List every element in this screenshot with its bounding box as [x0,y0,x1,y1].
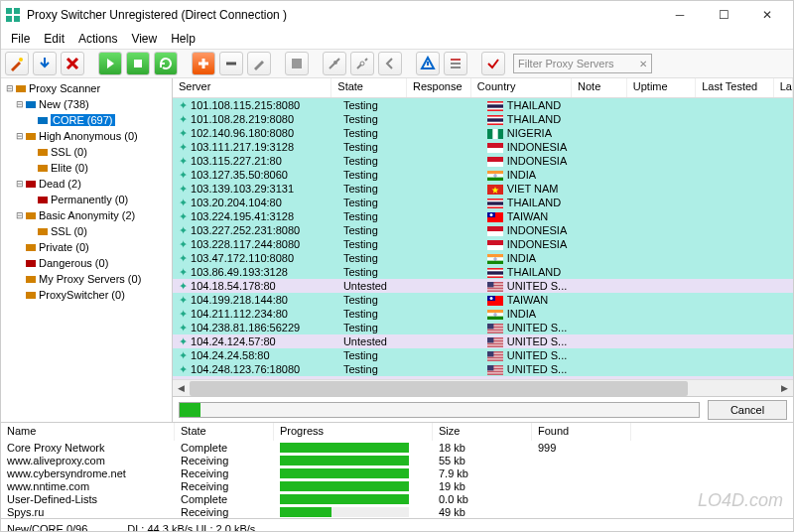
tree-item[interactable]: Dangerous (0) [3,255,170,271]
svg-rect-18 [38,165,48,172]
tree-sidebar[interactable]: ⊟Proxy Scanner⊟New (738)CORE (697)⊟High … [1,78,173,422]
svg-rect-67 [487,287,503,288]
delete-button[interactable] [61,52,84,75]
wizard-button[interactable] [5,52,29,75]
scroll-right-icon[interactable]: ▶ [776,380,793,397]
download-row[interactable]: www.cybersyndrome.netReceiving7.9 kb [1,466,793,479]
proxy-row[interactable]: ✦ 104.199.218.144:80TestingTAIWAN [173,293,793,307]
download-button[interactable] [33,52,57,75]
download-row[interactable]: Core Proxy NetworkComplete18 kb999 [1,441,793,454]
list-button[interactable] [444,52,467,75]
tree-item[interactable]: Elite (0) [3,160,170,176]
proxy-row[interactable]: ✦ 104.24.124.57:80UntestedUNITED S... [173,334,793,348]
col-last[interactable]: La [774,78,793,97]
download-row[interactable]: Spys.ruReceiving49 kb [1,505,793,518]
scroll-left-icon[interactable]: ◀ [173,380,190,397]
col-server[interactable]: Server [173,78,331,97]
svg-rect-11 [451,63,461,65]
svg-rect-25 [26,276,36,283]
tree-item[interactable]: ⊟New (738) [3,96,170,112]
svg-rect-35 [497,129,502,139]
server-button[interactable] [285,52,309,75]
tree-item[interactable]: ⊟Basic Anonymity (2) [3,207,170,223]
proxy-row[interactable]: ✦ 103.224.195.41:3128TestingTAIWAN [173,209,793,223]
menu-file[interactable]: File [5,31,36,47]
tree-item[interactable]: Private (0) [3,239,170,255]
col-note[interactable]: Note [572,78,627,97]
svg-rect-85 [487,324,493,329]
menu-actions[interactable]: Actions [72,31,123,47]
col-response[interactable]: Response [407,78,471,97]
col-uptime[interactable]: Uptime [627,78,696,97]
close-button[interactable]: ✕ [745,1,789,29]
tree-item[interactable]: ⊟Proxy Scanner [3,80,170,96]
back-button[interactable] [378,52,402,75]
column-headers[interactable]: Server State Response Country Note Uptim… [173,78,793,98]
proxy-list[interactable]: ✦ 101.108.115.215:8080TestingTHAILAND✦ 1… [173,98,793,379]
svg-rect-48 [487,201,503,204]
stop-button[interactable] [126,52,150,75]
proxy-row[interactable]: ✦ 104.248.123.76:18080TestingUNITED S... [173,362,793,376]
titlebar: Proxy Switcher Unregistered (Direct Conn… [1,1,793,29]
menu-edit[interactable]: Edit [38,31,70,47]
refresh-button[interactable] [154,52,178,75]
tree-item[interactable]: My Proxy Servers (0) [3,271,170,287]
svg-rect-36 [487,143,503,148]
proxy-row[interactable]: ✦ 101.108.28.219:8080TestingTHAILAND [173,112,793,126]
svg-point-51 [489,213,492,216]
edit-button[interactable] [247,52,271,75]
svg-rect-108 [487,374,503,375]
tree-item[interactable]: SSL (0) [3,144,170,160]
proxy-row[interactable]: ✦ 104.24.24.58:80TestingUNITED S... [173,348,793,362]
proxy-row[interactable]: ✦ 104.18.54.178:80UntestedUNITED S... [173,279,793,293]
tree-item[interactable]: Permanently (0) [3,192,170,207]
download-row[interactable]: www.nntime.comReceiving19 kb [1,479,793,492]
remove-button[interactable] [219,52,243,75]
download-row[interactable]: User-Defined-ListsComplete0.0 kb [1,492,793,505]
maximize-button[interactable]: ☐ [702,1,745,29]
minimize-button[interactable]: ─ [658,1,702,29]
proxy-row[interactable]: ✦ 103.227.252.231:8080TestingINDONESIA [173,223,793,237]
filter-input[interactable]: Filter Proxy Servers ✕ [513,54,652,73]
proxy-row[interactable]: ✦ 103.127.35.50:8060TestingINDIA [173,168,793,182]
tree-item[interactable]: CORE (697) [3,112,170,128]
check-button[interactable] [481,52,505,75]
proxy-row[interactable]: ✦ 103.139.103.29:3131TestingVIET NAM [173,182,793,196]
col-state[interactable]: State [331,78,407,97]
proxy-row[interactable]: ✦ 103.111.217.19:3128TestingINDONESIA [173,140,793,154]
add-button[interactable] [192,52,215,75]
proxy-row[interactable]: ✦ 103.20.204.104:80TestingTHAILAND [173,196,793,209]
clear-filter-icon[interactable]: ✕ [639,59,647,69]
proxy-row[interactable]: ✦ 103.86.49.193:3128TestingTHAILAND [173,265,793,279]
menubar: File Edit Actions View Help [1,29,793,49]
proxy-row[interactable]: ✦ 103.47.172.110:8080TestingINDIA [173,251,793,265]
bcol-found[interactable]: Found [532,423,631,441]
bcol-progress[interactable]: Progress [274,423,433,441]
bcol-name[interactable]: Name [1,423,175,441]
alert-button[interactable] [416,52,440,75]
menu-help[interactable]: Help [165,31,201,47]
proxy-row[interactable]: ✦ 103.228.117.244:8080TestingINDONESIA [173,237,793,251]
col-country[interactable]: Country [471,78,572,97]
svg-rect-56 [487,254,503,257]
tree-item[interactable]: SSL (0) [3,223,170,239]
bcol-size[interactable]: Size [433,423,532,441]
horizontal-scrollbar[interactable]: ◀ ▶ [173,379,793,396]
tree-item[interactable]: ProxySwitcher (0) [3,287,170,303]
proxy-row[interactable]: ✦ 102.140.96.180:8080TestingNIGERIA [173,126,793,140]
proxy-row[interactable]: ✦ 103.115.227.21:80TestingINDONESIA [173,154,793,168]
proxy-row[interactable]: ✦ 101.108.115.215:8080TestingTHAILAND [173,98,793,112]
tree-item[interactable]: ⊟High Anonymous (0) [3,128,170,144]
proxy-row[interactable]: ✦ 104.238.81.186:56229TestingUNITED S... [173,321,793,334]
disconnect-button[interactable] [350,52,374,75]
bcol-state[interactable]: State [175,423,274,441]
connect-button[interactable] [323,52,346,75]
col-tested[interactable]: Last Tested [696,78,773,97]
cancel-button[interactable]: Cancel [708,400,787,420]
menu-view[interactable]: View [125,31,163,47]
svg-rect-10 [451,59,461,61]
download-row[interactable]: www.aliveproxy.comReceiving55 kb [1,454,793,466]
play-button[interactable] [98,52,122,75]
proxy-row[interactable]: ✦ 104.211.112.234:80TestingINDIA [173,307,793,321]
tree-item[interactable]: ⊟Dead (2) [3,176,170,192]
